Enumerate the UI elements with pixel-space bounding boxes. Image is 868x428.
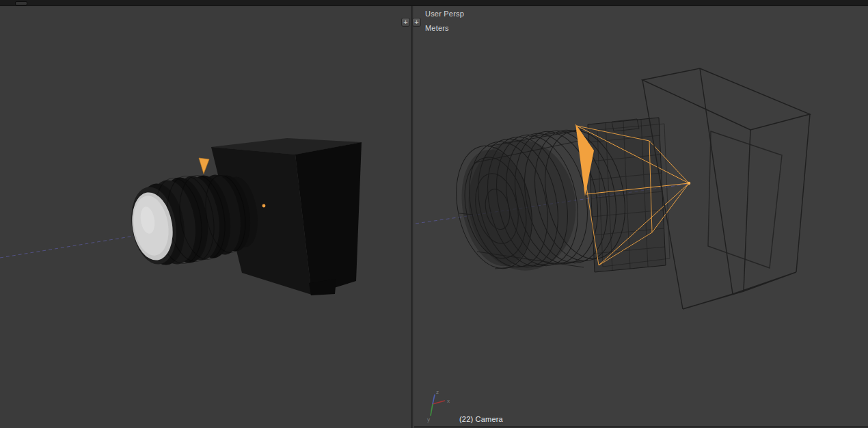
- constraint-dashed-line: [0, 233, 152, 258]
- camera-origin-dot: [688, 182, 691, 185]
- object-origin-dot: [262, 204, 266, 208]
- expand-left-region-button[interactable]: +: [401, 18, 410, 27]
- viewport-splitter[interactable]: [411, 6, 414, 428]
- info-header-strip: [0, 0, 868, 6]
- left-scene: [0, 6, 411, 428]
- axis-y-label: y: [427, 416, 430, 423]
- viewport-3d-left[interactable]: [0, 6, 411, 428]
- empty-cone-marker[interactable]: [199, 158, 209, 174]
- camera-model-solid[interactable]: [126, 138, 362, 295]
- right-scene: x y z: [414, 6, 868, 428]
- axis-z-label: z: [436, 389, 439, 395]
- editor-type-icon[interactable]: [15, 1, 27, 5]
- axis-gizmo: x y z: [427, 389, 450, 423]
- blender-window: + +: [0, 0, 868, 428]
- expand-right-region-button[interactable]: +: [412, 18, 421, 27]
- viewport-3d-right[interactable]: x y z: [414, 6, 868, 428]
- axis-x-label: x: [447, 398, 450, 404]
- camera-model-wireframe[interactable]: [446, 118, 670, 278]
- wireframe-density-fill: [453, 118, 666, 278]
- wireframe-target-box[interactable]: [642, 68, 810, 309]
